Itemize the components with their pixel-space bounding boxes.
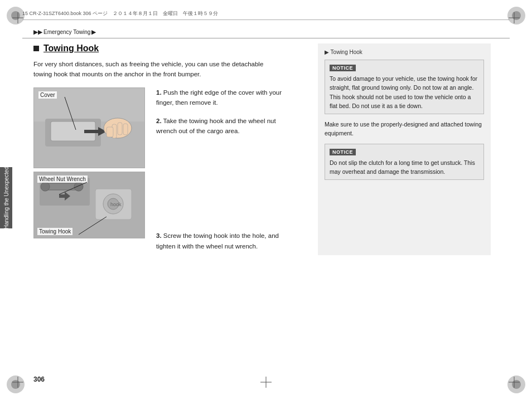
notice1-paragraph: Make sure to use the properly-designed a… xyxy=(325,120,484,138)
notice1-label: NOTICE xyxy=(330,65,356,71)
image-top: Cover xyxy=(33,87,145,168)
header-bar: 15 CR-Z-31SZT6400.book 306 ページ ２０１４年８月１日… xyxy=(22,10,510,20)
image-top-label: Cover xyxy=(38,91,57,99)
content-area: Cover xyxy=(33,87,301,259)
svg-rect-19 xyxy=(107,127,113,137)
side-tab-label: Handling the Unexpected xyxy=(3,167,9,229)
svg-point-25 xyxy=(74,182,83,191)
notice-box-1: NOTICE To avoid damage to your vehicle, … xyxy=(325,60,484,114)
breadcrumb: ▶▶ Emergency Towing ▶ xyxy=(33,29,96,35)
image-bottom: hook Wheel Nut Wrench Towing Hook xyxy=(33,172,145,238)
notice-box-2: NOTICE Do not slip the clutch for a long… xyxy=(325,144,484,181)
section-title: Towing Hook xyxy=(43,43,99,53)
crosshair-bl xyxy=(12,377,23,388)
step1-number: 1. xyxy=(156,89,162,96)
step-1: 1. Push the right edge of the cover with… xyxy=(156,87,284,108)
svg-rect-23 xyxy=(45,183,79,190)
notice2-text: Do not slip the clutch for a long time t… xyxy=(330,158,479,177)
crosshair-bc xyxy=(260,377,272,388)
breadcrumb-suffix: ▶ xyxy=(91,29,96,35)
right-panel: Towing Hook NOTICE To avoid damage to yo… xyxy=(318,43,491,255)
header-divider xyxy=(22,38,510,38)
images-area: Cover xyxy=(33,87,145,238)
notice1-text: To avoid damage to your vehicle, use the… xyxy=(330,74,479,110)
svg-rect-17 xyxy=(118,123,122,135)
image-top-sim xyxy=(34,88,144,168)
step1-text: Push the right edge of the cover with yo… xyxy=(156,89,282,106)
crosshair-br xyxy=(509,377,520,388)
file-info: 15 CR-Z-31SZT6400.book 306 ページ ２０１４年８月１日… xyxy=(22,10,218,17)
crosshair-tr xyxy=(509,12,520,23)
steps-area: 1. Push the right edge of the cover with… xyxy=(156,87,301,251)
step2-number: 2. xyxy=(156,118,162,124)
step3-text: Screw the towing hook into the hole, and… xyxy=(156,232,279,249)
breadcrumb-prefix: ▶▶ xyxy=(33,29,42,35)
towing-hook-label: Towing Hook xyxy=(37,228,72,235)
breadcrumb-text: Emergency Towing xyxy=(43,29,90,35)
page-number: 306 xyxy=(33,375,45,383)
svg-rect-18 xyxy=(123,124,128,135)
step2-text: Take the towing hook and the wheel nut w… xyxy=(156,118,276,134)
svg-text:hook: hook xyxy=(110,202,122,207)
right-panel-title: Towing Hook xyxy=(325,49,484,55)
step3-number: 3. xyxy=(156,232,162,239)
side-tab: Handling the Unexpected xyxy=(0,167,12,228)
section-header: Towing Hook xyxy=(33,43,301,53)
wheel-nut-label: Wheel Nut Wrench xyxy=(37,175,88,183)
notice2-label: NOTICE xyxy=(330,149,356,155)
step-3: 3. Screw the towing hook into the hole, … xyxy=(156,231,284,251)
image-top-svg xyxy=(34,88,144,168)
section-icon xyxy=(33,46,39,51)
crosshair-tl xyxy=(12,12,23,23)
main-content: Towing Hook For very short distances, su… xyxy=(33,43,301,259)
svg-point-24 xyxy=(41,182,50,191)
step-2: 2. Take the towing hook and the wheel nu… xyxy=(156,116,284,136)
intro-text: For very short distances, such as freein… xyxy=(33,59,273,80)
